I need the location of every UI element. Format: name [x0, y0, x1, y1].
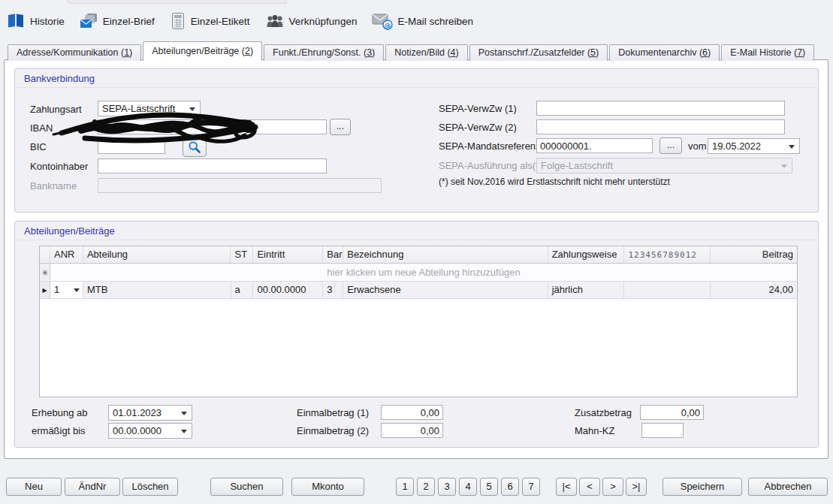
nav-next-button[interactable]: >: [602, 478, 623, 496]
toolbar-item-historie[interactable]: Historie: [6, 12, 65, 30]
bankname-input: [98, 178, 382, 193]
tab-email-historie[interactable]: E-Mail Historie (7): [721, 44, 814, 61]
speichern-button[interactable]: Speichern: [662, 478, 742, 496]
page-button-4[interactable]: 4: [459, 478, 477, 496]
header-referenz-digits[interactable]: 123456789012: [624, 246, 711, 263]
cell-bezeichnung[interactable]: Erwachsene: [343, 282, 548, 298]
toolbar-item-email-schreiben[interactable]: @ E-Mail schreiben: [372, 12, 473, 30]
page-button-3[interactable]: 3: [438, 478, 456, 496]
cell-bart[interactable]: 3: [323, 282, 343, 298]
new-row-marker-icon: ✳: [40, 264, 50, 281]
abteilungen-group: Abteilungen/Beiträge ANR Abteilung ST Ei…: [14, 221, 819, 448]
bic-input[interactable]: [98, 139, 165, 154]
toolbar-item-einzel-etikett[interactable]: Einzel-Etikett: [170, 12, 250, 30]
sepa-verwzw2-input[interactable]: [536, 119, 785, 134]
cell-beitrag[interactable]: 24,00: [711, 282, 797, 298]
bank-search-button[interactable]: [183, 137, 207, 157]
kontoinhaber-label: Kontoinhaber: [30, 161, 88, 172]
chevron-down-icon: [781, 164, 787, 168]
group-divider: [16, 240, 817, 240]
header-bezeichnung[interactable]: Bezeichnung: [343, 246, 548, 263]
mandat-vom-date-dropdown[interactable]: 19.05.2022: [708, 138, 800, 154]
table-row[interactable]: ▶ 1 MTB a 00.00.0000 3 Erwachsene jährli…: [40, 282, 797, 299]
header-zahlungsweise[interactable]: Zahlungsweise: [548, 246, 625, 263]
zahlungsart-dropdown[interactable]: SEPA-Lastschrift: [98, 101, 201, 116]
suchen-button[interactable]: Suchen: [210, 478, 283, 496]
tab-postanschrf-zusatzfelder[interactable]: Postanschrf./Zusatzfelder (5): [469, 44, 608, 61]
cell-referenz[interactable]: [624, 282, 711, 298]
footer-button-bar: Neu ÄndNr Löschen Suchen Mkonto 1 2 3 4 …: [0, 476, 833, 499]
nav-first-button[interactable]: |<: [556, 478, 577, 496]
erhebung-ab-label: Erhebung ab: [32, 407, 87, 418]
email-at-icon: @: [372, 12, 393, 30]
tab-dokumentenarchiv[interactable]: Dokumentenarchiv (6): [609, 44, 720, 61]
toolbar-label: Verknüpfungen: [289, 16, 358, 27]
sepa-verwzw1-input[interactable]: [536, 101, 785, 116]
cell-abteilung[interactable]: MTB: [83, 282, 231, 298]
tab-adresse-kommunikation[interactable]: Adresse/Kommunikation (1): [8, 44, 141, 61]
kontoinhaber-input[interactable]: [98, 158, 327, 174]
sepa-ausfuehrung-dropdown: Folge-Lastschrift: [536, 158, 792, 174]
chevron-down-icon: [181, 430, 187, 433]
sepa-mandatsreferenz-input[interactable]: [536, 138, 653, 153]
toolbar-item-einzel-brief[interactable]: Einzel-Brief: [80, 12, 155, 30]
zahlungsart-label: Zahlungsart: [30, 104, 82, 115]
ermaessigt-bis-dropdown[interactable]: 00.00.0000: [108, 423, 192, 439]
mkonto-button[interactable]: Mkonto: [291, 478, 364, 496]
header-beitrag[interactable]: Beitrag: [711, 246, 797, 263]
aendnr-button[interactable]: ÄndNr: [65, 478, 120, 496]
page-button-1[interactable]: 1: [396, 478, 414, 496]
header-abteilung[interactable]: Abteilung: [83, 246, 231, 263]
header-eintritt[interactable]: Eintritt: [253, 246, 323, 263]
iban-browse-button[interactable]: ...: [330, 119, 351, 135]
page-button-7[interactable]: 7: [522, 478, 540, 496]
tab-abteilungen-beitraege[interactable]: Abteilungen/Beiträge (2): [143, 41, 262, 61]
iban-input[interactable]: [98, 119, 327, 134]
header-anr[interactable]: ANR: [50, 246, 83, 263]
toolbar-label: Einzel-Brief: [103, 16, 155, 27]
bankverbindung-group-title: Bankverbindung: [24, 73, 95, 84]
mahn-kz-label: Mahn-KZ: [575, 425, 614, 436]
nav-last-button[interactable]: >|: [626, 478, 647, 496]
cell-anr-dropdown[interactable]: 1: [50, 282, 83, 298]
zusatzbetrag-input[interactable]: [640, 405, 704, 420]
bic-label: BIC: [30, 141, 47, 152]
sepa-mandatsreferenz-label: SEPA-Mandatsreferenz: [439, 140, 541, 152]
tab-notizen-bild[interactable]: Notizen/Bild (4): [385, 44, 467, 61]
erhebung-ab-dropdown[interactable]: 01.01.2023: [108, 405, 192, 421]
header-st[interactable]: ST: [231, 246, 253, 263]
table-new-row[interactable]: ✳ hier klicken um neue Abteilung hinzuzu…: [40, 264, 797, 282]
tab-funkt-ehrung-sonst[interactable]: Funkt./Ehrung/Sonst. (3): [264, 44, 384, 61]
new-row-hint[interactable]: hier klicken um neue Abteilung hinzuzufü…: [50, 264, 797, 281]
chevron-down-icon: [181, 412, 187, 415]
loeschen-button[interactable]: Löschen: [122, 478, 178, 496]
cell-zahlungsweise[interactable]: jährlich: [548, 282, 625, 298]
application-window: { "colors": { "accent_blue": "#3434b2", …: [0, 0, 833, 504]
toolbar-item-verknuepfungen[interactable]: Verknüpfungen: [265, 12, 358, 30]
page-button-6[interactable]: 6: [501, 478, 519, 496]
toolbar-label: Einzel-Etikett: [191, 16, 250, 27]
einmalbetrag1-input[interactable]: [381, 405, 443, 420]
cell-st[interactable]: a: [231, 282, 254, 298]
sepa-verwzw1-label: SEPA-VerwZw (1): [439, 103, 517, 114]
abbrechen-button[interactable]: Abbrechen: [748, 478, 828, 496]
chevron-down-icon: [189, 107, 195, 111]
nav-prev-button[interactable]: <: [579, 478, 600, 496]
cell-eintritt[interactable]: 00.00.0000: [253, 282, 323, 298]
svg-text:@: @: [385, 22, 391, 29]
current-row-marker-icon: ▶: [40, 282, 50, 298]
page-button-2[interactable]: 2: [417, 478, 435, 496]
ermaessigt-bis-label: ermäßigt bis: [32, 425, 86, 436]
history-book-icon: [6, 12, 26, 30]
mahn-kz-input[interactable]: [641, 423, 684, 438]
page-button-5[interactable]: 5: [480, 478, 498, 496]
mandatsreferenz-browse-button[interactable]: ...: [659, 137, 682, 154]
cropped-control-fragment: [68, 0, 287, 4]
sepa-ausfuehrung-label: SEPA-Ausführung als(*): [439, 160, 543, 171]
header-row-marker: [40, 246, 50, 263]
einmalbetrag2-input[interactable]: [381, 423, 443, 438]
chevron-down-icon: [789, 145, 795, 149]
neu-button[interactable]: Neu: [6, 478, 62, 496]
header-bart[interactable]: Bart: [323, 246, 343, 263]
toolbar-label: E-Mail schreiben: [397, 16, 473, 27]
